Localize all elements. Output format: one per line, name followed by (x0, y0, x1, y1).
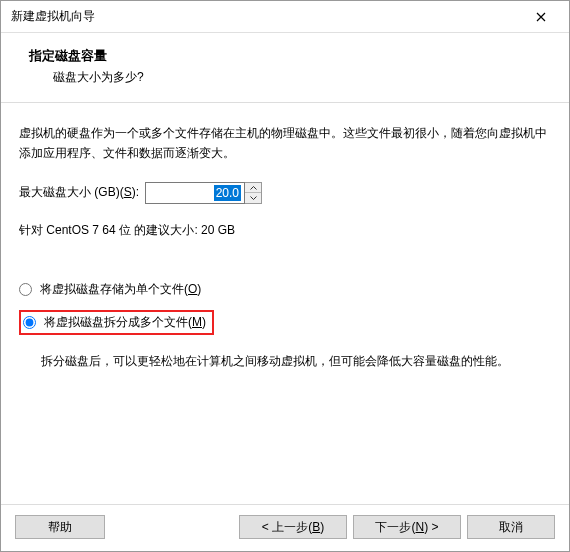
chevron-up-icon (250, 186, 257, 190)
description-text: 虚拟机的硬盘作为一个或多个文件存储在主机的物理磁盘中。这些文件最初很小，随着您向… (19, 123, 551, 164)
page-subtitle: 磁盘大小为多少? (29, 69, 541, 86)
chevron-down-icon (250, 196, 257, 200)
disk-size-spinner: 20.0 (145, 182, 262, 204)
split-description: 拆分磁盘后，可以更轻松地在计算机之间移动虚拟机，但可能会降低大容量磁盘的性能。 (19, 351, 551, 371)
help-button[interactable]: 帮助 (15, 515, 105, 539)
close-button[interactable] (521, 3, 561, 31)
next-button[interactable]: 下一步(N) > (353, 515, 461, 539)
window-title: 新建虚拟机向导 (11, 8, 95, 25)
radio-split-files[interactable] (23, 316, 36, 329)
spinner-down-button[interactable] (245, 192, 261, 203)
spinner-buttons (245, 182, 262, 204)
highlight-box: 将虚拟磁盘拆分成多个文件(M) (19, 310, 214, 335)
recommendation-text: 针对 CentOS 7 64 位 的建议大小: 20 GB (19, 222, 551, 239)
wizard-header: 指定磁盘容量 磁盘大小为多少? (1, 33, 569, 98)
footer-buttons: 帮助 < 上一步(B) 下一步(N) > 取消 (1, 504, 569, 551)
close-icon (536, 12, 546, 22)
titlebar: 新建虚拟机向导 (1, 1, 569, 33)
radio-single-file-label[interactable]: 将虚拟磁盘存储为单个文件(O) (40, 281, 201, 298)
cancel-button[interactable]: 取消 (467, 515, 555, 539)
radio-single-file[interactable] (19, 283, 32, 296)
radio-split-files-label[interactable]: 将虚拟磁盘拆分成多个文件(M) (44, 314, 206, 331)
page-title: 指定磁盘容量 (29, 47, 541, 65)
content-area: 虚拟机的硬盘作为一个或多个文件存储在主机的物理磁盘中。这些文件最初很小，随着您向… (1, 103, 569, 504)
spinner-up-button[interactable] (245, 183, 261, 193)
disk-size-label: 最大磁盘大小 (GB)(S): (19, 184, 139, 201)
disk-size-row: 最大磁盘大小 (GB)(S): 20.0 (19, 182, 551, 204)
radio-split-files-row: 将虚拟磁盘拆分成多个文件(M) (19, 310, 551, 335)
back-button[interactable]: < 上一步(B) (239, 515, 347, 539)
radio-single-file-row: 将虚拟磁盘存储为单个文件(O) (19, 281, 551, 298)
disk-size-input[interactable]: 20.0 (145, 182, 245, 204)
